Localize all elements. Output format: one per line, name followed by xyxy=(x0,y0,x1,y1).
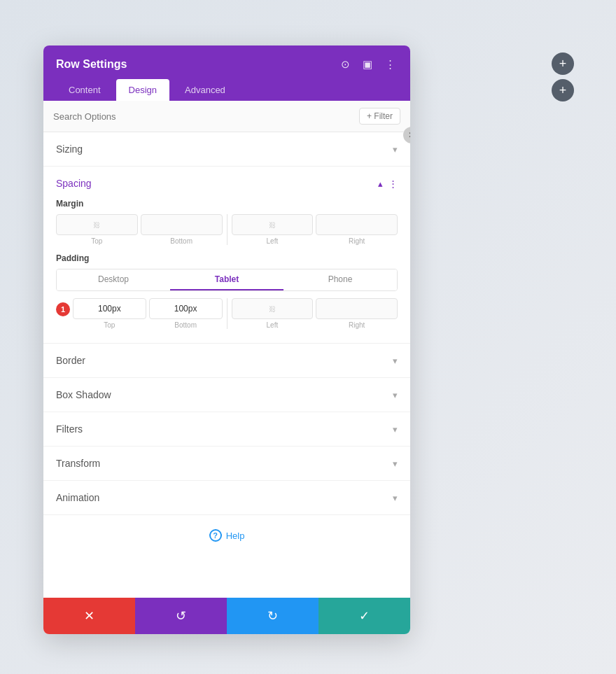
transform-title: Transform xyxy=(56,458,100,469)
modal-title: Row Settings xyxy=(56,58,127,71)
help-section[interactable]: ? Help xyxy=(43,515,410,556)
box-shadow-section: Box Shadow ▾ xyxy=(43,378,410,412)
device-tab-tablet[interactable]: Tablet xyxy=(170,269,284,290)
redo-button[interactable]: ↻ xyxy=(227,598,318,634)
border-chevron: ▾ xyxy=(393,356,398,366)
margin-top-label: Top xyxy=(91,237,102,245)
margin-row: ⛓ Top Bottom ⛓ xyxy=(56,214,398,245)
undo-icon: ↺ xyxy=(176,608,186,624)
tab-design[interactable]: Design xyxy=(116,79,169,101)
pad-top-label: Top xyxy=(104,321,115,329)
spacing-collapse-icon[interactable]: ▴ xyxy=(378,178,383,189)
pad-right-label: Right xyxy=(349,321,365,329)
plus-icon-2: + xyxy=(559,84,567,97)
spacing-header-left: Spacing xyxy=(56,178,92,189)
padding-badge: 1 xyxy=(56,302,70,316)
save-button[interactable]: ✓ xyxy=(318,598,410,634)
tab-bar: Content Design Advanced xyxy=(56,79,398,101)
spacer xyxy=(43,556,410,598)
sizing-title: Sizing xyxy=(56,143,83,155)
modal-header: Row Settings ⊙ ▣ ⋮ Content Design Advanc… xyxy=(43,45,410,101)
more-icon[interactable]: ⋮ xyxy=(382,57,398,72)
sizing-header[interactable]: Sizing ▾ xyxy=(56,143,398,155)
margin-top-input[interactable]: ⛓ xyxy=(56,214,138,235)
margin-leftright: ⛓ Left Right xyxy=(232,214,398,245)
padding-label: Padding xyxy=(56,253,398,263)
spacing-title: Spacing xyxy=(56,178,92,189)
transform-header[interactable]: Transform ▾ xyxy=(56,458,398,469)
modal-footer: ✕ ↺ ↻ ✓ xyxy=(43,598,410,634)
margin-label: Margin xyxy=(56,199,398,209)
spacing-more-icon[interactable]: ⋮ xyxy=(388,178,398,189)
cancel-icon: ✕ xyxy=(84,608,94,624)
margin-left-box: ⛓ Left xyxy=(232,214,314,245)
link-icon-2: ⛓ xyxy=(269,221,276,229)
pad-bottom-input[interactable]: 100px xyxy=(149,298,223,319)
link-icon-1: ⛓ xyxy=(93,221,100,229)
pad-top-input[interactable]: 100px xyxy=(73,298,146,319)
search-bar: + Filter xyxy=(43,101,410,132)
padding-values-row: 1 100px Top 100px Bottom xyxy=(56,298,398,329)
margin-bottom-input[interactable] xyxy=(141,214,223,235)
modal-body: Sizing ▾ Spacing ▴ ⋮ Margin xyxy=(43,132,410,598)
transform-chevron: ▾ xyxy=(393,458,398,469)
transform-section: Transform ▾ xyxy=(43,447,410,481)
search-input[interactable] xyxy=(53,111,354,122)
animation-section: Animation ▾ xyxy=(43,481,410,515)
plus-button-2[interactable]: + xyxy=(552,79,574,101)
spacing-header-icons: ▴ ⋮ xyxy=(378,178,398,189)
filter-label: + Filter xyxy=(367,111,393,121)
row-settings-modal: Row Settings ⊙ ▣ ⋮ Content Design Advanc… xyxy=(43,45,410,634)
margin-group: Margin ⛓ Top Bottom xyxy=(56,199,398,245)
filters-chevron: ▾ xyxy=(393,424,398,435)
margin-bottom-label: Bottom xyxy=(170,237,192,245)
device-tab-phone[interactable]: Phone xyxy=(284,269,397,290)
pad-right-input[interactable] xyxy=(316,298,398,319)
plus-icon-1: + xyxy=(559,57,567,70)
plus-button-1[interactable]: + xyxy=(552,52,574,75)
pad-right-box: Right xyxy=(316,298,398,329)
undo-button[interactable]: ↺ xyxy=(135,598,227,634)
border-header[interactable]: Border ▾ xyxy=(56,355,398,366)
border-title: Border xyxy=(56,355,85,366)
redo-icon: ↻ xyxy=(267,608,278,624)
spacing-header: Spacing ▴ ⋮ xyxy=(56,178,398,189)
tab-advanced[interactable]: Advanced xyxy=(172,79,238,101)
pad-leftright: ⛓ Left Right xyxy=(232,298,398,329)
margin-left-input[interactable]: ⛓ xyxy=(232,214,314,235)
divider-v1 xyxy=(227,214,227,245)
box-shadow-header[interactable]: Box Shadow ▾ xyxy=(56,389,398,400)
help-icon: ? xyxy=(209,529,222,542)
device-tabs: Desktop Tablet Phone xyxy=(56,269,398,291)
header-icons: ⊙ ▣ ⋮ xyxy=(337,57,398,72)
sizing-section: Sizing ▾ xyxy=(43,132,410,167)
device-tab-desktop[interactable]: Desktop xyxy=(57,269,170,290)
margin-bottom-box: Bottom xyxy=(141,214,223,245)
margin-right-box: Right xyxy=(316,214,398,245)
divider-v2 xyxy=(227,298,227,329)
pad-bottom-box: 100px Bottom xyxy=(149,298,223,329)
help-label: Help xyxy=(226,531,245,541)
filters-section: Filters ▾ xyxy=(43,412,410,447)
margin-right-input[interactable] xyxy=(316,214,398,235)
margin-top-box: ⛓ Top xyxy=(56,214,138,245)
fullscreen-icon[interactable]: ⊙ xyxy=(337,57,353,72)
spacing-section: Spacing ▴ ⋮ Margin ⛓ Top xyxy=(43,167,410,344)
box-shadow-title: Box Shadow xyxy=(56,389,111,400)
filters-header[interactable]: Filters ▾ xyxy=(56,423,398,435)
padding-group: Padding Desktop Tablet Phone 1 100px Top xyxy=(56,253,398,329)
pad-bottom-label: Bottom xyxy=(174,321,197,329)
margin-topbottom: ⛓ Top Bottom xyxy=(56,214,223,245)
border-section: Border ▾ xyxy=(43,344,410,378)
margin-right-label: Right xyxy=(349,237,365,245)
tab-content[interactable]: Content xyxy=(56,79,113,101)
cancel-button[interactable]: ✕ xyxy=(43,598,135,634)
animation-header[interactable]: Animation ▾ xyxy=(56,492,398,503)
animation-chevron: ▾ xyxy=(393,493,398,503)
pad-left-label: Left xyxy=(267,321,279,329)
filter-button[interactable]: + Filter xyxy=(359,108,400,125)
pad-left-input[interactable]: ⛓ xyxy=(232,298,314,319)
save-icon: ✓ xyxy=(359,608,370,624)
filters-title: Filters xyxy=(56,423,83,435)
columns-icon[interactable]: ▣ xyxy=(360,57,375,72)
